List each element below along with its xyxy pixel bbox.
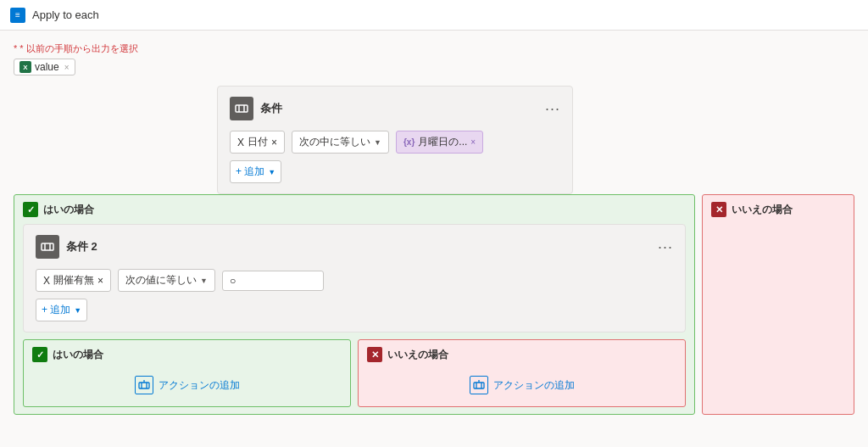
outer-no-x-icon: ✕: [711, 202, 726, 217]
condition1-right-token: {x} 月曜日の... ×: [396, 131, 483, 154]
branch-no-inner-label: ✕ いいえの場合: [367, 347, 676, 362]
condition2-card: 条件 2 ··· X 開催有無 ×: [23, 224, 686, 332]
condition1-header: 条件 ···: [230, 97, 560, 120]
svg-rect-0: [236, 105, 248, 112]
condition2-wrapper: 条件 2 ··· X 開催有無 ×: [23, 224, 686, 332]
condition1-operator[interactable]: 次の中に等しい ▼: [292, 131, 389, 154]
inner-yes-add-icon: [135, 376, 153, 394]
inner-no-x-icon: ✕: [367, 347, 382, 362]
inner-yes-add-action[interactable]: アクションの追加: [32, 376, 342, 394]
condition1-left-close[interactable]: ×: [271, 137, 277, 148]
title-bar: ≡ Apply to each: [0, 0, 868, 31]
condition2-header: 条件 2 ···: [36, 235, 673, 259]
condition1-add-btn[interactable]: + 追加 ▼: [230, 160, 281, 183]
condition1-menu[interactable]: ···: [545, 100, 560, 118]
title-text: Apply to each: [32, 8, 99, 21]
condition1-excel-icon: X: [237, 137, 244, 148]
token-close[interactable]: ×: [64, 63, 70, 72]
branch-no-inner: ✕ いいえの場合: [358, 339, 686, 407]
inner-no-add-action[interactable]: アクションの追加: [367, 376, 676, 394]
branch-no-outer-label: ✕ いいえの場合: [711, 202, 845, 217]
value-token: X value ×: [14, 59, 75, 75]
condition2-left-token: X 開催有無 ×: [36, 269, 111, 292]
outer-layout: 条件 ··· X 日付 × 次の中に等しい ▼: [14, 86, 854, 415]
condition1-title: 条件: [230, 97, 282, 120]
branch-yes-inner: ✓ はいの場合: [23, 339, 351, 407]
condition2-left-close[interactable]: ×: [97, 275, 103, 287]
inner-no-add-icon: [470, 376, 488, 394]
condition2-icon: [36, 235, 59, 259]
condition1-card: 条件 ··· X 日付 × 次の中に等しい ▼: [217, 86, 573, 194]
branches-inner: ✓ はいの場合: [23, 339, 686, 407]
token-text: value: [35, 61, 59, 73]
condition1-dropdown-arrow: ▼: [374, 138, 381, 147]
canvas: * * 以前の手順から出力を選択 X value ×: [0, 31, 868, 447]
condition2-value-input[interactable]: [222, 271, 324, 291]
apply-each-label: * * 以前の手順から出力を選択: [14, 42, 854, 55]
condition2-operator[interactable]: 次の値に等しい ▼: [118, 269, 215, 292]
yes-check-icon: ✓: [23, 202, 38, 217]
svg-rect-3: [42, 243, 53, 250]
condition1-left-token: X 日付 ×: [230, 131, 285, 154]
svg-rect-6: [139, 383, 149, 388]
condition2-dropdown-arrow: ▼: [200, 277, 208, 285]
condition2-add-btn[interactable]: + 追加 ▼: [36, 299, 87, 321]
branch-yes-outer: ✓ はいの場合: [14, 194, 695, 415]
condition1-icon: [230, 97, 253, 120]
add-arrow-icon: ▼: [268, 168, 275, 176]
inner-yes-check-icon: ✓: [32, 347, 47, 362]
main-flow: 条件 ··· X 日付 × 次の中に等しい ▼: [14, 86, 854, 415]
svg-rect-10: [474, 383, 484, 388]
condition1-row: X 日付 × 次の中に等しい ▼ {x} 月曜日の... ×: [230, 131, 560, 154]
condition2-title: 条件 2: [36, 235, 97, 259]
branch-yes-outer-label: ✓ はいの場合: [23, 202, 686, 217]
condition2-menu[interactable]: ···: [658, 238, 673, 256]
condition2-row: X 開催有無 × 次の値に等しい ▼: [36, 269, 673, 292]
app-icon: ≡: [10, 8, 25, 23]
condition1-right-close[interactable]: ×: [470, 137, 476, 147]
condition2-excel-icon: X: [43, 275, 50, 287]
add-arrow-icon2: ▼: [74, 306, 81, 315]
branch-yes-inner-label: ✓ はいの場合: [32, 347, 342, 362]
excel-icon: X: [19, 61, 31, 73]
branch-no-outer: ✕ いいえの場合: [702, 194, 854, 415]
